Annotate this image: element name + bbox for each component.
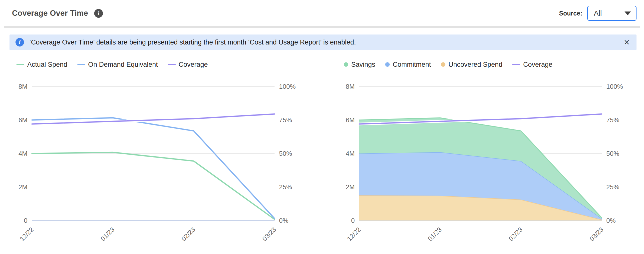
legend-label: Savings	[351, 61, 375, 69]
svg-text:25%: 25%	[606, 183, 619, 191]
info-banner: i ‘Coverage Over Time’ details are being…	[10, 35, 636, 50]
on-demand-equivalent-swatch-icon	[78, 64, 85, 65]
y-axis-left-labels: 02M4M6M8M	[346, 83, 355, 224]
svg-text:50%: 50%	[606, 150, 619, 157]
coverage-swatch-icon	[168, 64, 176, 65]
y-axis-left-labels: 02M4M6M8M	[18, 83, 28, 224]
y-axis-right-labels: 0%25%50%75%100%	[606, 83, 623, 224]
svg-text:12/22: 12/22	[346, 226, 362, 242]
legend-label: On Demand Equivalent	[88, 61, 158, 69]
actual-spend-swatch-icon	[16, 64, 24, 65]
legend-item-coverage[interactable]: Coverage	[168, 61, 208, 69]
info-icon[interactable]: i	[94, 9, 103, 18]
svg-text:25%: 25%	[279, 183, 292, 191]
svg-text:2M: 2M	[18, 183, 28, 191]
uncovered-spend-swatch-icon	[441, 62, 446, 67]
header-divider	[4, 27, 640, 28]
legend-item-savings[interactable]: Savings	[344, 61, 375, 69]
info-icon: i	[16, 38, 24, 47]
svg-text:12/22: 12/22	[18, 226, 35, 242]
legend-item-actual-spend[interactable]: Actual Spend	[16, 61, 68, 69]
y-axis-right-labels: 0%25%50%75%100%	[279, 83, 296, 224]
svg-text:0: 0	[351, 217, 355, 224]
widget-header: Coverage Over Time i Source: All	[0, 0, 644, 27]
savings-swatch-icon	[344, 62, 348, 67]
svg-text:03/23: 03/23	[261, 226, 278, 242]
source-dropdown-value: All	[594, 9, 602, 18]
legend-item-uncovered-spend[interactable]: Uncovered Spend	[441, 61, 502, 69]
line-chart: 02M4M6M8M0%25%50%75%100%12/2201/2302/230…	[8, 74, 310, 253]
svg-text:100%: 100%	[279, 83, 296, 90]
svg-text:02/23: 02/23	[507, 226, 524, 242]
legend-item-commitment[interactable]: Commitment	[385, 61, 431, 69]
svg-text:03/23: 03/23	[588, 226, 605, 242]
svg-text:01/23: 01/23	[99, 226, 116, 242]
stacked-area-chart: 02M4M6M8M0%25%50%75%100%12/2201/2302/230…	[335, 74, 637, 253]
svg-text:75%: 75%	[279, 116, 292, 124]
line-chart-svg: 02M4M6M8M0%25%50%75%100%12/2201/2302/230…	[8, 74, 310, 252]
x-axis-labels: 12/2201/2302/2303/23	[346, 226, 605, 242]
svg-text:0%: 0%	[279, 217, 288, 224]
banner-text: ‘Coverage Over Time’ details are being p…	[30, 39, 356, 46]
legend-label: Actual Spend	[27, 61, 68, 69]
area-chart-legend: SavingsCommitmentUncovered SpendCoverage	[335, 60, 637, 69]
legend-label: Uncovered Spend	[448, 61, 502, 69]
legend-label: Coverage	[178, 61, 208, 69]
close-icon[interactable]: ×	[623, 38, 630, 47]
svg-text:75%: 75%	[606, 116, 619, 124]
line-chart-legend: Actual SpendOn Demand EquivalentCoverage	[8, 60, 310, 69]
svg-text:6M: 6M	[346, 116, 355, 124]
source-label: Source:	[559, 10, 582, 17]
legend-label: Coverage	[523, 61, 552, 69]
legend-label: Commitment	[393, 61, 431, 69]
svg-text:100%: 100%	[606, 83, 623, 90]
svg-text:02/23: 02/23	[180, 226, 196, 242]
series-actual-spend[interactable]	[32, 152, 274, 219]
svg-text:2M: 2M	[346, 183, 355, 191]
area-chart-svg: 02M4M6M8M0%25%50%75%100%12/2201/2302/230…	[335, 74, 637, 252]
legend-item-on-demand-equivalent[interactable]: On Demand Equivalent	[78, 61, 158, 69]
svg-text:4M: 4M	[346, 150, 355, 157]
spend-line-chart-panel: Actual SpendOn Demand EquivalentCoverage…	[8, 60, 310, 253]
svg-text:0: 0	[24, 217, 28, 224]
coverage-over-time-widget: { "header": { "title": "Coverage Over Ti…	[0, 0, 644, 254]
chevron-down-icon	[624, 12, 631, 15]
svg-text:01/23: 01/23	[426, 226, 443, 242]
coverage-swatch-icon	[512, 64, 520, 65]
legend-item-coverage[interactable]: Coverage	[512, 61, 552, 69]
svg-text:6M: 6M	[18, 116, 28, 124]
source-dropdown[interactable]: All	[587, 6, 636, 21]
series-on-demand-equivalent[interactable]	[32, 118, 274, 218]
page-title: Coverage Over Time	[12, 9, 88, 18]
svg-text:0%: 0%	[606, 217, 616, 224]
commitment-swatch-icon	[385, 62, 390, 67]
stacked-area-chart-panel: SavingsCommitmentUncovered SpendCoverage…	[335, 60, 637, 253]
svg-text:8M: 8M	[346, 83, 355, 90]
svg-text:50%: 50%	[279, 150, 292, 157]
svg-text:4M: 4M	[18, 150, 28, 157]
x-axis-labels: 12/2201/2302/2303/23	[18, 226, 278, 242]
charts-row: Actual SpendOn Demand EquivalentCoverage…	[0, 50, 644, 253]
svg-text:8M: 8M	[18, 83, 28, 90]
